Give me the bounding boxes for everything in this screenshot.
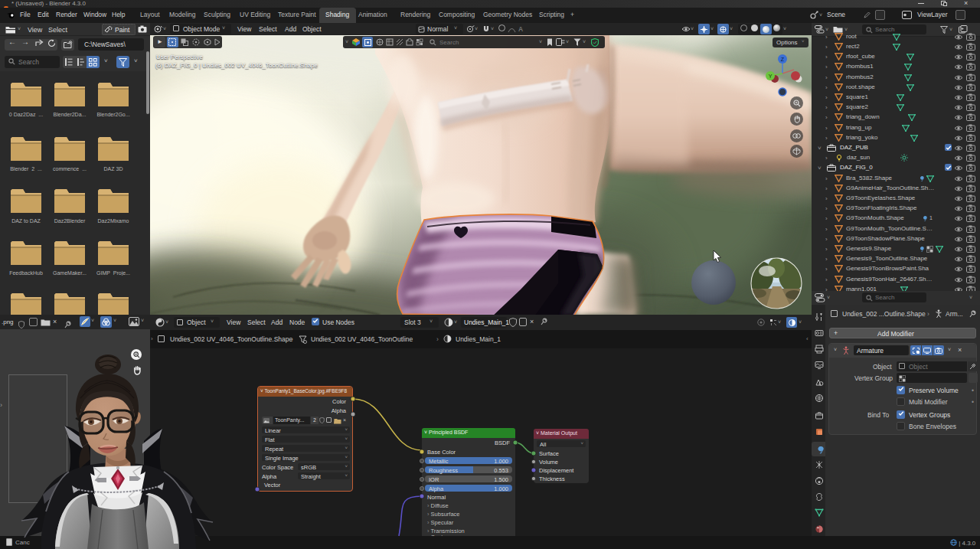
svg-text:Z: Z [781, 57, 785, 62]
svg-text:Y: Y [769, 74, 773, 79]
